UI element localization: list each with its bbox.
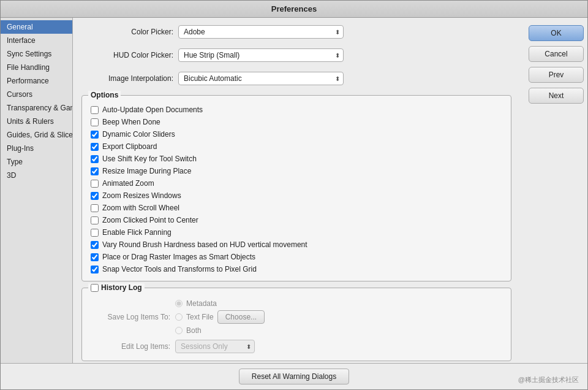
sidebar-item-transparency-and-gamut[interactable]: Transparency & Gamut [1, 101, 72, 115]
cb-export-clipboard-label: Export Clipboard [102, 142, 157, 151]
cb-beep: Beep When Done [91, 118, 502, 126]
radio-both-input [175, 327, 183, 334]
cb-zoom-scroll: Zoom with Scroll Wheel [91, 204, 502, 212]
color-picker-select[interactable]: Adobe Windows Mac OS [178, 25, 344, 39]
radio-text-file-input [175, 313, 183, 321]
radio-metadata: Metadata [175, 299, 265, 308]
ok-button[interactable]: OK [529, 25, 584, 41]
cb-zoom-center-label: Zoom Clicked Point to Center [102, 216, 198, 224]
image-interpolation-select-wrapper: Bicubic Automatic Preserve Details Bicub… [178, 72, 344, 85]
sidebar: GeneralInterfaceSync SettingsFile Handli… [1, 18, 73, 363]
radio-both: Both [175, 326, 265, 335]
hud-color-picker-row: HUD Color Picker: Hue Strip (Small) Hue … [81, 48, 511, 62]
history-log-legend: History Log [101, 283, 142, 292]
image-interpolation-label: Image Interpolation: [81, 74, 173, 83]
edit-log-label: Edit Log Items: [91, 342, 170, 351]
cb-animated-zoom-label: Animated Zoom [102, 179, 154, 188]
cb-zoom-center-input[interactable] [91, 216, 99, 224]
history-log-enable-checkbox[interactable] [91, 284, 99, 292]
sidebar-item-performance[interactable]: Performance [1, 74, 72, 88]
cb-zoom-scroll-input[interactable] [91, 204, 99, 212]
history-legend-wrapper: History Log [88, 283, 145, 292]
cb-shift-key-input[interactable] [91, 155, 99, 163]
edit-log-row: Edit Log Items: Sessions Only Concise De… [91, 340, 502, 353]
cancel-button[interactable]: Cancel [529, 46, 584, 62]
cb-dynamic-color-input[interactable] [91, 131, 99, 139]
sidebar-item-units-and-rulers[interactable]: Units & Rulers [1, 115, 72, 128]
cb-snap-vector: Snap Vector Tools and Transforms to Pixe… [91, 265, 502, 273]
image-interpolation-row: Image Interpolation: Bicubic Automatic P… [81, 72, 511, 85]
radio-metadata-label: Metadata [186, 299, 217, 308]
options-legend: Options [88, 91, 121, 99]
options-group: Options Auto-Update Open Documents Beep … [81, 95, 511, 281]
color-picker-label: Color Picker: [81, 28, 173, 36]
cb-resize-image: Resize Image During Place [91, 167, 502, 175]
cb-zoom-center: Zoom Clicked Point to Center [91, 216, 502, 224]
cb-export-clipboard-input[interactable] [91, 143, 99, 151]
cb-flick-panning-input[interactable] [91, 229, 99, 237]
cb-animated-zoom-input[interactable] [91, 180, 99, 188]
cb-snap-vector-input[interactable] [91, 266, 99, 273]
cb-resize-image-input[interactable] [91, 167, 99, 175]
cb-zoom-resizes-label: Zoom Resizes Windows [102, 191, 181, 200]
sidebar-item-guides,-grid-and-slices[interactable]: Guides, Grid & Slices [1, 128, 72, 142]
image-interpolation-select[interactable]: Bicubic Automatic Preserve Details Bicub… [178, 72, 344, 85]
sidebar-item-interface[interactable]: Interface [1, 34, 72, 47]
cb-auto-update: Auto-Update Open Documents [91, 105, 502, 114]
edit-log-select-wrapper: Sessions Only Concise Detailed ⬍ [175, 340, 255, 353]
hud-color-picker-select[interactable]: Hue Strip (Small) Hue Strip (Medium) Hue… [178, 48, 344, 62]
sidebar-item-general[interactable]: General [1, 20, 72, 34]
save-log-label: Save Log Items To: [91, 313, 170, 321]
bottom-bar: Reset All Warning Dialogs @稀土掘金技术社区 [1, 363, 587, 389]
sidebar-item-plug-ins[interactable]: Plug-Ins [1, 142, 72, 155]
cb-beep-label: Beep When Done [102, 118, 160, 126]
next-button[interactable]: Next [529, 88, 584, 104]
window-title: Preferences [271, 4, 317, 13]
prev-button[interactable]: Prev [529, 67, 584, 83]
history-log-group: History Log Save Log Items To: Metadata [81, 288, 511, 361]
radio-text-file-label: Text File [186, 313, 214, 321]
hud-color-picker-select-wrapper: Hue Strip (Small) Hue Strip (Medium) Hue… [178, 48, 344, 62]
cb-zoom-resizes: Zoom Resizes Windows [91, 191, 502, 200]
cb-zoom-resizes-input[interactable] [91, 192, 99, 200]
sidebar-item-file-handling[interactable]: File Handling [1, 61, 72, 74]
cb-beep-input[interactable] [91, 118, 99, 126]
cb-dynamic-color-label: Dynamic Color Sliders [102, 130, 175, 139]
main-area: Color Picker: Adobe Windows Mac OS ⬍ HUD… [73, 18, 520, 363]
cb-zoom-scroll-label: Zoom with Scroll Wheel [102, 204, 179, 212]
preferences-window: Preferences GeneralInterfaceSync Setting… [0, 0, 588, 390]
content-area: GeneralInterfaceSync SettingsFile Handli… [1, 18, 587, 363]
cb-auto-update-input[interactable] [91, 106, 99, 114]
cb-dynamic-color: Dynamic Color Sliders [91, 130, 502, 139]
sidebar-item-sync-settings[interactable]: Sync Settings [1, 47, 72, 61]
color-picker-select-wrapper: Adobe Windows Mac OS ⬍ [178, 25, 344, 39]
title-bar: Preferences [1, 1, 587, 18]
history-content: Save Log Items To: Metadata Text File Ch… [91, 299, 502, 353]
cb-export-clipboard: Export Clipboard [91, 142, 502, 151]
color-picker-row: Color Picker: Adobe Windows Mac OS ⬍ [81, 25, 511, 39]
cb-flick-panning-label: Enable Flick Panning [102, 228, 172, 237]
cb-resize-image-label: Resize Image During Place [102, 167, 191, 175]
watermark: @稀土掘金技术社区 [518, 375, 579, 384]
sidebar-item-type[interactable]: Type [1, 155, 72, 169]
cb-vary-brush-label: Vary Round Brush Hardness based on HUD v… [102, 240, 307, 249]
cb-place-raster: Place or Drag Raster Images as Smart Obj… [91, 253, 502, 261]
cb-shift-key-label: Use Shift Key for Tool Switch [102, 155, 197, 163]
cb-snap-vector-label: Snap Vector Tools and Transforms to Pixe… [102, 265, 257, 273]
cb-vary-brush: Vary Round Brush Hardness based on HUD v… [91, 240, 502, 249]
save-log-radio-group: Metadata Text File Choose... Both [175, 299, 265, 335]
cb-place-raster-label: Place or Drag Raster Images as Smart Obj… [102, 253, 255, 261]
reset-warning-button[interactable]: Reset All Warning Dialogs [239, 369, 349, 384]
cb-place-raster-input[interactable] [91, 253, 99, 261]
edit-log-select: Sessions Only Concise Detailed [175, 340, 255, 353]
hud-color-picker-label: HUD Color Picker: [81, 51, 173, 59]
sidebar-item-3d[interactable]: 3D [1, 169, 72, 182]
radio-text-file: Text File Choose... [175, 310, 265, 324]
cb-animated-zoom: Animated Zoom [91, 179, 502, 188]
sidebar-item-cursors[interactable]: Cursors [1, 88, 72, 101]
cb-auto-update-label: Auto-Update Open Documents [102, 105, 203, 114]
radio-both-label: Both [186, 326, 202, 335]
cb-vary-brush-input[interactable] [91, 241, 99, 249]
radio-metadata-input [175, 300, 183, 307]
cb-shift-key: Use Shift Key for Tool Switch [91, 155, 502, 163]
